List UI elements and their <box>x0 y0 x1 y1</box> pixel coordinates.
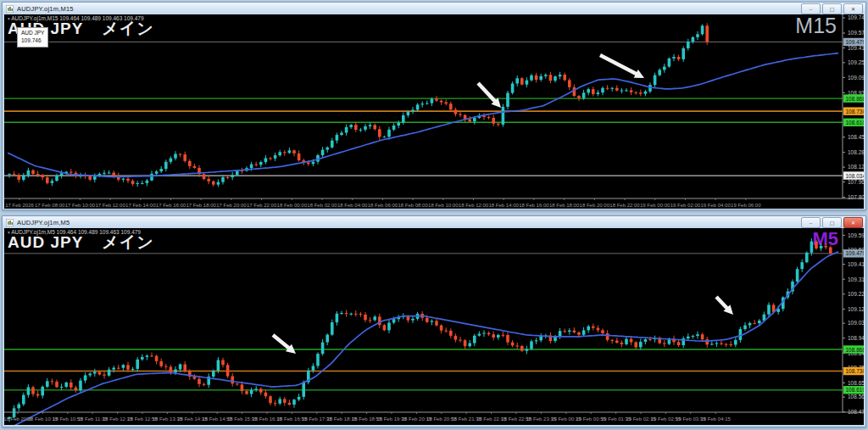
svg-text:109.035: 109.035 <box>848 320 864 326</box>
svg-text:18 Feb 16:00: 18 Feb 16:00 <box>519 203 549 208</box>
candles <box>8 23 709 187</box>
price-tooltip: AUD JPY 109.746 <box>17 27 48 47</box>
svg-text:108.450: 108.450 <box>848 134 864 140</box>
svg-text:109.220: 109.220 <box>848 291 864 297</box>
svg-text:108.610: 108.610 <box>846 387 865 393</box>
restore-button[interactable]: ▢ <box>822 3 842 14</box>
svg-text:108.655: 108.655 <box>848 380 864 386</box>
svg-text:109.740: 109.740 <box>848 14 864 20</box>
svg-text:109.479: 109.479 <box>846 250 865 256</box>
svg-text:109.410: 109.410 <box>848 261 864 267</box>
svg-text:108.868: 108.868 <box>846 96 865 102</box>
titlebar-m15[interactable]: AUDJPY.oj1m,M15 – ▢ ✕ <box>3 3 865 14</box>
svg-text:108.730: 108.730 <box>846 368 865 374</box>
svg-text:17 Feb 20:00: 17 Feb 20:00 <box>216 203 247 208</box>
svg-text:17 Feb 12:00: 17 Feb 12:00 <box>95 203 125 208</box>
svg-text:108.730: 108.730 <box>846 109 865 114</box>
moving-average-line <box>8 252 838 425</box>
svg-text:107.800: 107.800 <box>848 194 864 200</box>
svg-text:19 Feb 04:00: 19 Feb 04:00 <box>700 203 731 208</box>
price-axis: 109.595109.500109.410109.315109.220109.1… <box>4 228 864 415</box>
desktop: AUDJPY.oj1m,M15 – ▢ ✕ AUD JPYメイン M15 ▾ A… <box>0 0 868 430</box>
svg-text:19 Feb 06:00: 19 Feb 06:00 <box>731 203 761 208</box>
svg-text:18 Feb 10:00: 18 Feb 10:00 <box>428 203 459 208</box>
svg-text:108.285: 108.285 <box>848 149 864 155</box>
svg-text:108.470: 108.470 <box>848 409 864 415</box>
svg-text:18 Feb 06:00: 18 Feb 06:00 <box>368 203 398 208</box>
candlestick-chart-m5[interactable]: 109.595109.500109.410109.315109.220109.1… <box>4 228 864 425</box>
level-lines <box>4 42 843 176</box>
svg-text:108.610: 108.610 <box>846 120 865 126</box>
svg-text:18 Feb 22:00: 18 Feb 22:00 <box>609 203 640 208</box>
annotation-arrow-icon <box>478 83 501 108</box>
svg-text:17 Feb 08:00: 17 Feb 08:00 <box>35 203 65 208</box>
svg-text:109.315: 109.315 <box>848 276 864 282</box>
svg-text:107.965: 107.965 <box>848 179 864 185</box>
annotation-arrow-icon <box>273 335 296 354</box>
quote-symbol-period: AUDJPY.oj1m,M15 <box>11 15 58 21</box>
tooltip-symbol: AUD JPY <box>21 30 44 37</box>
restore-button[interactable]: ▢ <box>822 217 842 228</box>
quote-header: ▾ AUDJPY.oj1m,M5 109.464 109.489 109.463… <box>8 229 141 235</box>
symbol-dropdown-icon[interactable]: ▾ <box>8 16 10 21</box>
svg-text:108.125: 108.125 <box>848 164 864 170</box>
time-axis: 18 Feb 202618 Feb 10:1518 Feb 10:5518 Fe… <box>4 412 732 422</box>
svg-text:17 Feb 18:00: 17 Feb 18:00 <box>186 203 217 208</box>
svg-text:17 Feb 2026: 17 Feb 2026 <box>5 203 34 208</box>
chart-window-icon <box>6 219 14 226</box>
window-title: AUDJPY.oj1m,M5 <box>17 219 798 226</box>
svg-text:18 Feb 12:00: 18 Feb 12:00 <box>459 203 489 208</box>
svg-text:109.255: 109.255 <box>848 59 864 65</box>
chart-area-m15[interactable]: AUD JPYメイン M15 ▾ AUDJPY.oj1m,M15 109.464… <box>4 14 864 209</box>
svg-text:109.479: 109.479 <box>846 39 865 45</box>
window-title: AUDJPY.oj1m,M15 <box>17 5 798 13</box>
tooltip-price: 109.746 <box>21 37 44 45</box>
svg-text:17 Feb 16:00: 17 Feb 16:00 <box>156 203 186 208</box>
svg-text:19 Feb 00:00: 19 Feb 00:00 <box>640 203 670 208</box>
svg-text:108.868: 108.868 <box>846 347 865 353</box>
level-lines <box>4 254 843 390</box>
time-axis: 17 Feb 202617 Feb 08:0017 Feb 10:0017 Fe… <box>5 198 761 208</box>
chart-window-m15: AUDJPY.oj1m,M15 – ▢ ✕ AUD JPYメイン M15 ▾ A… <box>2 2 866 210</box>
svg-text:18 Feb 08:00: 18 Feb 08:00 <box>398 203 428 208</box>
close-button[interactable]: ✕ <box>843 217 863 228</box>
svg-text:108.034: 108.034 <box>846 173 865 179</box>
minimize-button[interactable]: – <box>801 217 821 228</box>
svg-text:18 Feb 04:00: 18 Feb 04:00 <box>337 203 368 208</box>
svg-text:19 Feb 04:15: 19 Feb 04:15 <box>701 416 732 422</box>
close-button[interactable]: ✕ <box>843 3 863 14</box>
svg-text:109.595: 109.595 <box>848 232 864 238</box>
minimize-button[interactable]: – <box>801 3 821 14</box>
quote-symbol-period: AUDJPY.oj1m,M5 <box>11 229 55 235</box>
chart-area-m5[interactable]: AUD JPYメイン M5 ▾ AUDJPY.oj1m,M5 109.464 1… <box>4 228 864 425</box>
annotation-arrow-icon <box>600 55 644 78</box>
annotation-arrow-icon <box>716 297 733 315</box>
chart-window-icon <box>6 5 14 13</box>
svg-text:17 Feb 14:00: 17 Feb 14:00 <box>125 203 156 208</box>
quote-ohlc: 109.464 109.489 109.463 109.479 <box>57 229 141 235</box>
symbol-dropdown-icon[interactable]: ▾ <box>8 230 10 235</box>
svg-text:18 Feb 18:00: 18 Feb 18:00 <box>549 203 580 208</box>
svg-text:109.125: 109.125 <box>848 306 864 312</box>
moving-average-line <box>8 53 838 177</box>
svg-text:109.095: 109.095 <box>848 75 864 81</box>
svg-text:17 Feb 22:00: 17 Feb 22:00 <box>247 203 277 208</box>
svg-text:108.565: 108.565 <box>848 394 864 399</box>
svg-text:17 Feb 10:00: 17 Feb 10:00 <box>65 203 96 208</box>
candles <box>8 238 832 422</box>
svg-text:18 Feb 20:00: 18 Feb 20:00 <box>580 203 610 208</box>
svg-text:108.940: 108.940 <box>848 335 864 341</box>
titlebar-m5[interactable]: AUDJPY.oj1m,M5 – ▢ ✕ <box>3 216 865 228</box>
quote-header: ▾ AUDJPY.oj1m,M15 109.464 109.489 109.46… <box>8 15 144 21</box>
svg-text:109.575: 109.575 <box>848 30 864 36</box>
svg-text:18 Feb 00:00: 18 Feb 00:00 <box>277 203 308 208</box>
chart-window-m5: AUDJPY.oj1m,M5 – ▢ ✕ AUD JPYメイン M5 ▾ AUD… <box>2 215 866 427</box>
svg-text:18 Feb 02:00: 18 Feb 02:00 <box>307 203 337 208</box>
svg-text:19 Feb 02:00: 19 Feb 02:00 <box>670 203 701 208</box>
candlestick-chart-m15[interactable]: 109.740109.575109.415109.255109.095108.9… <box>4 14 864 209</box>
svg-text:18 Feb 14:00: 18 Feb 14:00 <box>489 203 520 208</box>
quote-ohlc: 109.464 109.489 109.463 109.479 <box>59 15 143 21</box>
